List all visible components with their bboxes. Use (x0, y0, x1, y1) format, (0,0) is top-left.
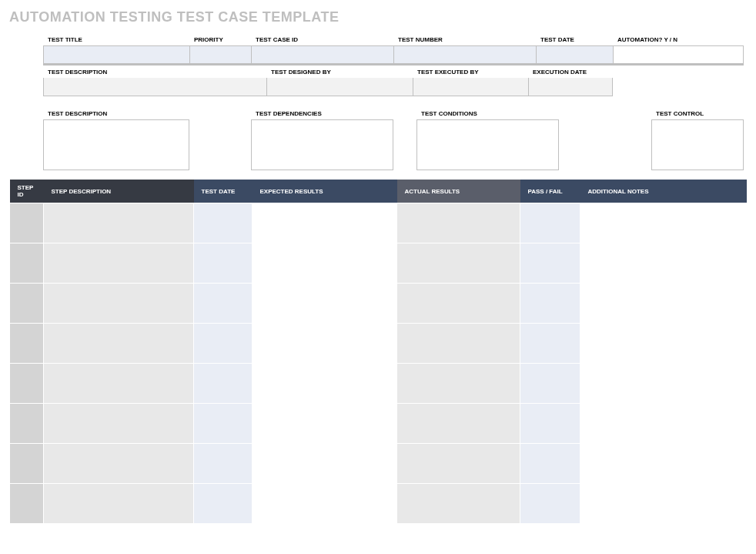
cell-step-id[interactable] (10, 364, 44, 404)
execution-date-field[interactable] (528, 78, 613, 96)
test-case-id-label: TEST CASE ID (251, 33, 393, 45)
cell-test-date[interactable] (194, 284, 253, 324)
test-date-label: TEST DATE (536, 33, 613, 45)
cell-actual-results[interactable] (397, 203, 520, 243)
cell-actual-results[interactable] (397, 324, 520, 364)
priority-label: PRIORITY (189, 33, 251, 45)
cell-additional-notes[interactable] (580, 243, 747, 284)
automation-label: AUTOMATION? Y / N (613, 33, 744, 45)
cell-test-date[interactable] (194, 203, 253, 243)
box-test-dependencies-field[interactable] (251, 119, 393, 170)
cell-expected-results[interactable] (253, 484, 397, 524)
test-number-label: TEST NUMBER (393, 33, 536, 45)
cell-test-date[interactable] (194, 243, 253, 284)
steps-table: STEP ID STEP DESCRIPTION TEST DATE EXPEC… (9, 180, 747, 524)
box-test-control-label: TEST CONTROL (651, 107, 744, 119)
cell-pass-fail[interactable] (520, 243, 580, 284)
test-case-id-field[interactable] (251, 45, 393, 64)
cell-step-id[interactable] (10, 404, 44, 444)
cell-additional-notes[interactable] (580, 484, 747, 524)
cell-expected-results[interactable] (253, 364, 397, 404)
cell-step-description[interactable] (44, 324, 194, 364)
cell-pass-fail[interactable] (520, 203, 580, 243)
cell-step-id[interactable] (10, 324, 44, 364)
cell-expected-results[interactable] (253, 203, 397, 243)
cell-pass-fail[interactable] (520, 284, 580, 324)
meta-section: TEST TITLE PRIORITY TEST CASE ID TEST NU… (43, 33, 744, 96)
box-test-conditions-label: TEST CONDITIONS (416, 107, 559, 119)
cell-additional-notes[interactable] (580, 364, 747, 404)
cell-additional-notes[interactable] (580, 324, 747, 364)
test-title-field[interactable] (43, 45, 189, 64)
table-row (10, 324, 747, 364)
execution-date-label: EXECUTION DATE (528, 65, 613, 78)
cell-expected-results[interactable] (253, 284, 397, 324)
cell-step-description[interactable] (44, 444, 194, 484)
cell-pass-fail[interactable] (520, 444, 580, 484)
test-designed-by-field[interactable] (266, 78, 413, 96)
test-designed-by-label: TEST DESIGNED BY (266, 65, 413, 78)
box-test-dependencies-label: TEST DEPENDENCIES (251, 107, 393, 119)
cell-pass-fail[interactable] (520, 404, 580, 444)
cell-pass-fail[interactable] (520, 324, 580, 364)
cell-actual-results[interactable] (397, 243, 520, 284)
table-row (10, 444, 747, 484)
cell-test-date[interactable] (194, 364, 253, 404)
cell-expected-results[interactable] (253, 404, 397, 444)
cell-step-description[interactable] (44, 404, 194, 444)
priority-field[interactable] (189, 45, 251, 64)
cell-step-description[interactable] (44, 284, 194, 324)
cell-actual-results[interactable] (397, 364, 520, 404)
table-row (10, 284, 747, 324)
cell-actual-results[interactable] (397, 484, 520, 524)
cell-pass-fail[interactable] (520, 364, 580, 404)
cell-step-id[interactable] (10, 444, 44, 484)
text-boxes-section: TEST DESCRIPTION TEST DEPENDENCIES TEST … (43, 107, 744, 170)
test-number-field[interactable] (393, 45, 536, 64)
cell-expected-results[interactable] (253, 444, 397, 484)
box-test-description-field[interactable] (43, 119, 189, 170)
table-row (10, 203, 747, 243)
table-row (10, 243, 747, 284)
col-additional-notes: ADDITIONAL NOTES (580, 180, 747, 203)
automation-field[interactable] (613, 45, 744, 64)
test-description-field[interactable] (43, 78, 266, 96)
cell-expected-results[interactable] (253, 243, 397, 284)
cell-step-description[interactable] (44, 484, 194, 524)
page-title: AUTOMATION TESTING TEST CASE TEMPLATE (9, 9, 747, 25)
cell-additional-notes[interactable] (580, 404, 747, 444)
col-actual-results: ACTUAL RESULTS (397, 180, 520, 203)
cell-expected-results[interactable] (253, 324, 397, 364)
cell-additional-notes[interactable] (580, 444, 747, 484)
test-executed-by-label: TEST EXECUTED BY (413, 65, 528, 78)
cell-test-date[interactable] (194, 324, 253, 364)
cell-test-date[interactable] (194, 444, 253, 484)
box-test-description-label: TEST DESCRIPTION (43, 107, 189, 119)
cell-actual-results[interactable] (397, 444, 520, 484)
col-test-date: TEST DATE (194, 180, 253, 203)
cell-test-date[interactable] (194, 484, 253, 524)
cell-step-id[interactable] (10, 203, 44, 243)
cell-step-id[interactable] (10, 243, 44, 284)
test-executed-by-field[interactable] (413, 78, 528, 96)
col-expected-results: EXPECTED RESULTS (253, 180, 397, 203)
cell-additional-notes[interactable] (580, 284, 747, 324)
box-test-conditions-field[interactable] (416, 119, 559, 170)
table-row (10, 364, 747, 404)
test-date-field[interactable] (536, 45, 613, 64)
steps-header-row: STEP ID STEP DESCRIPTION TEST DATE EXPEC… (10, 180, 747, 203)
cell-step-description[interactable] (44, 364, 194, 404)
cell-step-id[interactable] (10, 284, 44, 324)
meta-row-2: TEST DESCRIPTION TEST DESIGNED BY TEST E… (43, 65, 744, 96)
cell-pass-fail[interactable] (520, 484, 580, 524)
cell-test-date[interactable] (194, 404, 253, 444)
cell-actual-results[interactable] (397, 404, 520, 444)
cell-step-id[interactable] (10, 484, 44, 524)
cell-step-description[interactable] (44, 203, 194, 243)
table-row (10, 404, 747, 444)
cell-additional-notes[interactable] (580, 203, 747, 243)
box-test-control-field[interactable] (651, 119, 744, 170)
cell-actual-results[interactable] (397, 284, 520, 324)
cell-step-description[interactable] (44, 243, 194, 284)
table-row (10, 484, 747, 524)
